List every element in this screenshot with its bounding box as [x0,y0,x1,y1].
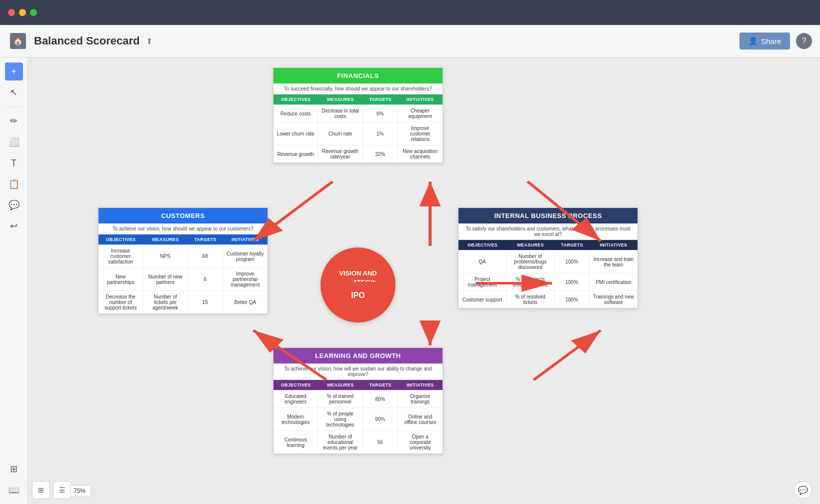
table-row: Modern technologies % of people using te… [274,408,442,430]
fin-col-initiatives: INITIATIVES [398,94,442,104]
svg-line-9 [534,330,600,380]
cell: 100% [554,291,590,308]
undo-tool-button[interactable]: ↩ [5,217,23,235]
cell: 1% [363,122,398,145]
ibp-rows: QA Number of problems/bugs discovered 10… [458,250,638,308]
cell: Educated engineers [274,390,318,408]
table-row: Educated engineers % of trained personne… [274,390,442,408]
comment-tool-button[interactable]: 💬 [5,196,23,214]
cell: Project management [458,274,506,290]
cust-col-objectives: OBJECTIVES [98,234,143,244]
cell: Customer support [458,291,506,308]
table-row: Project management % of projects finishe… [458,273,638,290]
list-view-button[interactable]: ☰ [53,481,71,499]
cell: Number of problems/bugs discovered [506,250,554,273]
vision-line1: VISION AND [339,269,376,278]
table-row: New partnerships Number of new partners … [98,268,268,290]
lag-table: LEARNING AND GROWTH To achieve our visio… [273,348,443,454]
cursor-tool-button[interactable]: ↖ [5,84,23,102]
cell: Improve partnership management [223,268,268,290]
lag-subtitle: To achieve our vision, how will we susta… [274,364,442,380]
vision-line3: IPO [339,290,376,301]
help-button[interactable]: ? [796,33,812,49]
toolbar-divider [6,106,22,107]
comment-button[interactable]: 💬 [794,481,812,499]
doc-title: Balanced Scorecard [34,34,140,48]
cust-col-targets: TARGETS [188,234,223,244]
lag-col-headers: OBJECTIVES MEASURES TARGETS INITIATIVES [274,380,442,390]
traffic-lights [8,9,37,16]
topbar: 🏠 Balanced Scorecard ⬆ 👤 Share ? [0,25,820,58]
home-button[interactable]: 🏠 [10,33,26,49]
cell: Increase and train the team [590,250,638,273]
cell: 68 [188,245,223,268]
cell: Revenue growth rate/year [318,146,362,162]
ibp-table: INTERNAL BUSINESS PROCESS To satisfy our… [458,208,638,308]
financials-rows: Reduce costs Decrease in total costs 6% … [274,104,442,162]
book-button[interactable]: 📖 [5,481,23,499]
cell: 100% [554,274,590,290]
main-area: + ↖ ✏ ⬜ T 📋 💬 ↩ ⊞ 📖 FINANCIALS To succee… [0,58,820,504]
cell: Improve customer relations [398,122,442,145]
cell: Open a corporate university [398,431,442,454]
cell: 100% [554,250,590,273]
customers-rows: Increase customer satisfaction NPS 68 Cu… [98,244,268,314]
template-grid-button[interactable]: ⊞ [5,460,23,478]
share-button[interactable]: 👤 Share [740,32,790,50]
ibp-subtitle: To satisfy our shareholders and customer… [458,224,638,240]
cell: Continous learning [274,431,318,454]
grid-view-button[interactable]: ⊞ [32,481,50,499]
export-icon[interactable]: ⬆ [146,36,152,46]
cell: Lower churn rate [274,122,318,145]
financials-col-headers: OBJECTIVES MEASURES TARGETS INITIATIVES [274,94,442,104]
table-row: Lower churn rate Churn rate 1% Improve c… [274,122,442,145]
table-row: QA Number of problems/bugs discovered 10… [458,250,638,273]
cell: Number of educational events per year [318,431,362,454]
canvas[interactable]: FINANCIALS To succeed financially, how s… [28,58,820,504]
cell: Modern technologies [274,408,318,430]
cell: 15 [188,291,223,314]
fin-col-measures: MEASURES [318,94,362,104]
lag-col-initiatives: INITIATIVES [398,380,442,390]
minimize-dot[interactable] [19,9,26,16]
cell: New partnerships [98,268,143,290]
pen-tool-button[interactable]: ✏ [5,112,23,130]
cell: Trainings and new software [590,291,638,308]
titlebar [0,0,820,25]
vision-circle: VISION AND STRATEGY: IPO [320,248,396,322]
rect-tool-button[interactable]: ⬜ [5,133,23,151]
ibp-col-initiatives: INITIATIVES [590,240,638,250]
cell: Increase customer satisfaction [98,245,143,268]
table-row: Reduce costs Decrease in total costs 6% … [274,104,442,122]
cell: Revenue growth [274,146,318,162]
customers-subtitle: To achieve our vision, how should we app… [98,224,268,234]
cell: 56 [363,431,398,454]
lag-rows: Educated engineers % of trained personne… [274,390,442,454]
cell: Reduce costs [274,105,318,122]
cell: % of trained personnel [318,390,362,408]
cell: Online and offline courses [398,408,442,430]
table-row: Increase customer satisfaction NPS 68 Cu… [98,244,268,268]
customers-table: CUSTOMERS To achieve our vision, how sho… [98,208,268,314]
fin-col-objectives: OBJECTIVES [274,94,318,104]
ibp-col-headers: OBJECTIVES MEASURES TARGETS INITIATIVES [458,240,638,250]
add-tool-button[interactable]: + [5,62,23,80]
financials-header: FINANCIALS [274,68,442,84]
table-row: Decrease the number of support tickets N… [98,290,268,314]
left-toolbar: + ↖ ✏ ⬜ T 📋 💬 ↩ ⊞ 📖 [0,58,28,504]
ibp-col-objectives: OBJECTIVES [458,240,506,250]
table-row: Continous learning Number of educational… [274,430,442,454]
cell: Cheaper equipment [398,105,442,122]
lag-header: LEARNING AND GROWTH [274,348,442,364]
cell: Number of new partners [143,268,188,290]
cell: NPS [143,245,188,268]
text-tool-button[interactable]: T [5,154,23,172]
customers-col-headers: OBJECTIVES MEASURES TARGETS INITIATIVES [98,234,268,244]
maximize-dot[interactable] [30,9,37,16]
lag-col-targets: TARGETS [363,380,398,390]
close-dot[interactable] [8,9,15,16]
sticky-tool-button[interactable]: 📋 [5,175,23,193]
cell: 6 [188,268,223,290]
cell: % of projects finished on time [506,274,554,290]
customers-header: CUSTOMERS [98,208,268,224]
